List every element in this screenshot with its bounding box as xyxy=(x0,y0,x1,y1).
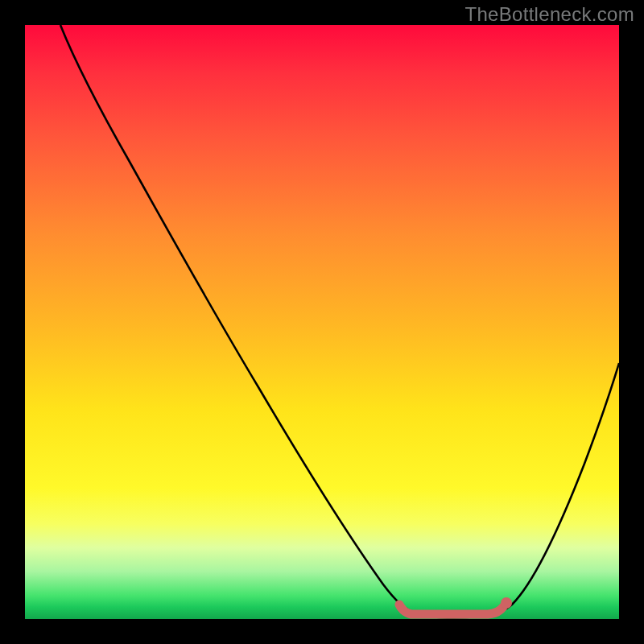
optimal-band-line xyxy=(399,605,503,614)
optimal-band-end-dot xyxy=(501,597,512,609)
bottleneck-curve xyxy=(60,25,619,617)
watermark-text: TheBottleneck.com xyxy=(464,3,634,26)
plot-area xyxy=(25,25,619,619)
curve-layer xyxy=(25,25,619,619)
chart-frame: TheBottleneck.com xyxy=(0,0,644,644)
